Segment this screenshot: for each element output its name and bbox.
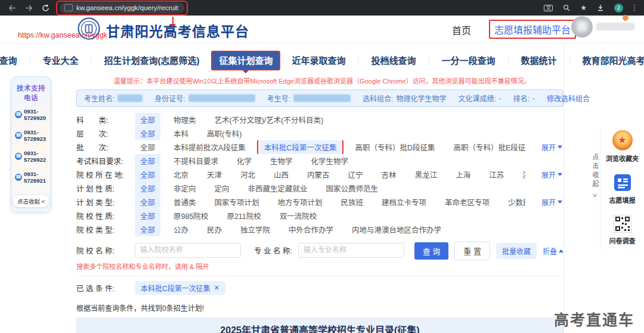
filter-option[interactable]: 非定向 <box>168 181 202 195</box>
filter-option[interactable]: 全部 <box>135 154 160 168</box>
batch-favorite-button[interactable]: 批量收藏 <box>496 243 537 259</box>
filter-option[interactable]: 原211院校 <box>221 209 266 223</box>
filter-option[interactable]: 本科提前批次A段征集 <box>168 140 251 154</box>
home-link[interactable]: 首页 <box>452 23 471 37</box>
filter-option[interactable]: 民办 <box>202 223 227 236</box>
fold-link[interactable]: 折叠 <box>543 246 564 256</box>
filter-option[interactable]: 浙江 <box>517 168 525 181</box>
tool-item[interactable]: ★浏览收藏夹 <box>606 130 639 163</box>
filter-option[interactable]: 吉林 <box>376 168 402 181</box>
filter-option[interactable]: 江苏 <box>484 168 509 181</box>
nav-tab[interactable]: 招生计划查询(志愿筛选) <box>91 56 212 65</box>
filter-option[interactable]: 河北 <box>235 168 261 181</box>
nav-tab[interactable]: 数据统计 <box>509 56 570 65</box>
major-name-input[interactable] <box>298 243 404 258</box>
filter-option[interactable]: 内地与港澳台地区合作办学 <box>346 223 447 236</box>
query-button[interactable]: 查 询 <box>414 242 449 260</box>
student-field-label: 排名: <box>513 93 530 103</box>
filter-option[interactable]: 原985院校 <box>168 209 213 223</box>
expand-link[interactable]: 展开 <box>541 197 562 207</box>
filter-option[interactable]: 全部 <box>135 127 160 140</box>
filter-option[interactable]: 天津 <box>202 168 227 181</box>
expand-link[interactable]: 展开 <box>541 169 562 180</box>
tool-label: 问卷调查 <box>609 236 636 245</box>
translate-icon[interactable]: 文 <box>544 5 553 11</box>
filter-option[interactable]: 内蒙古 <box>302 168 335 181</box>
filter-option[interactable]: 上海 <box>450 168 476 181</box>
nav-tab[interactable]: 近年录取查询 <box>279 56 358 65</box>
filter-option[interactable]: 本科批C段第一次征集 <box>259 140 342 154</box>
filter-option[interactable]: 双一流院校 <box>274 209 323 223</box>
filter-option[interactable]: 全部 <box>135 140 160 154</box>
nav-tab[interactable]: 专业大全 <box>30 56 91 65</box>
search-icon[interactable] <box>561 2 572 14</box>
filter-option[interactable]: 高职（专科）批D段征集 <box>349 140 440 154</box>
tool-item[interactable]: 志愿填报 <box>609 173 636 205</box>
expand-link[interactable]: 展开 <box>541 142 562 152</box>
filter-option[interactable]: 独立学院 <box>235 223 275 236</box>
result-count-text: 根据当前查询条件，共找到0条招生计划! <box>76 303 564 313</box>
download-icon[interactable] <box>595 2 606 14</box>
student-field: 文化课成绩:- <box>458 93 501 103</box>
nav-tab[interactable]: 一分一段查询 <box>429 56 509 65</box>
reset-button[interactable]: 重 置 <box>454 242 490 260</box>
nav-tab[interactable]: 院校查询 <box>0 56 30 65</box>
filter-option[interactable]: 高职(专科) <box>202 127 247 140</box>
edit-subject-combo-link[interactable]: 修改选科组合 <box>547 93 590 103</box>
filter-option[interactable]: 全部 <box>135 195 160 209</box>
filter-option[interactable]: 本科 <box>168 127 194 140</box>
school-name-input[interactable] <box>135 243 241 258</box>
filter-option[interactable]: 民族班 <box>336 195 369 209</box>
filter-option[interactable]: 非西藏生定藏就业 <box>243 181 313 195</box>
filter-option[interactable]: 物理类 <box>168 113 202 127</box>
volunteer-assist-link[interactable]: 志愿填报辅助平台 <box>489 20 576 39</box>
profile-badge[interactable]: 2 <box>614 4 623 13</box>
collapse-left-panel-button[interactable]: 点击收起 < <box>13 195 49 207</box>
filter-option[interactable]: 公办 <box>168 223 194 236</box>
nav-tab[interactable]: 投档线查询 <box>359 56 429 65</box>
student-field-label: 考生姓名: <box>84 93 114 103</box>
filter-option[interactable]: 全部 <box>135 113 160 127</box>
filter-option[interactable]: 全部 <box>135 168 160 181</box>
student-field-value: - <box>499 94 501 103</box>
filter-option[interactable]: 国家专项计划 <box>209 195 265 209</box>
filter-option[interactable]: 定向 <box>209 181 235 195</box>
address-bar[interactable]: kw.ganseea.cn/yggk/query/recruit <box>60 2 184 14</box>
filter-option[interactable]: 中外合作办学 <box>283 223 339 236</box>
filter-option[interactable]: 地方专项计划 <box>273 195 328 209</box>
filter-option[interactable]: 高职（专科）批E段征集 <box>448 140 525 154</box>
filter-option[interactable]: 革命老区专项 <box>439 195 495 209</box>
reload-icon[interactable] <box>39 2 51 14</box>
filter-option[interactable]: 辽宁 <box>343 168 369 181</box>
filter-option[interactable]: 黑龙江 <box>410 168 443 181</box>
nav-tab[interactable]: 征集计划查询 <box>212 52 279 69</box>
filter-option[interactable]: 生物学 <box>265 154 298 168</box>
filter-option[interactable]: 山西 <box>268 168 294 181</box>
collapse-right-panel-button[interactable]: 点击收起 > <box>590 153 600 199</box>
student-field-label: 考生号: <box>267 93 290 103</box>
filter-option[interactable]: 北京 <box>168 168 194 181</box>
bookmark-star-icon[interactable]: ★ <box>580 4 587 11</box>
filter-option[interactable]: 化学生物学 <box>306 154 354 168</box>
filter-option[interactable]: 全部 <box>135 223 160 236</box>
selected-condition-tag[interactable]: 本科批C段第一次征集✕ <box>135 281 225 295</box>
site-info-icon[interactable] <box>64 4 73 11</box>
filter-options: 全部物理类艺术(不分文理)/艺术(不分科目类) <box>135 113 329 127</box>
filter-option[interactable]: 不提科目要求 <box>168 154 224 168</box>
close-icon[interactable]: ✕ <box>214 284 219 292</box>
filter-option[interactable]: 全部 <box>135 209 160 223</box>
filter-option[interactable]: 少数民族紧缺人才培养专项 <box>503 195 525 209</box>
tool-item[interactable]: 问卷调查 <box>609 215 636 245</box>
browser-menu-icon[interactable]: ⋮ <box>631 4 638 11</box>
filter-option[interactable]: 全部 <box>135 181 160 195</box>
user-avatar[interactable] <box>571 16 593 38</box>
filter-option[interactable]: 艺术(不分文理)/艺术(不分科目类) <box>209 113 329 127</box>
filter-option[interactable]: 化学 <box>231 154 257 168</box>
browser-compatibility-notice: 温馨提示：本平台建议使用Win10以上系统自带Microsoft Edge浏览器… <box>0 76 644 85</box>
forward-icon[interactable] <box>23 2 35 14</box>
filter-option[interactable]: 建档立卡专项 <box>376 195 432 209</box>
filter-option[interactable]: 普通类 <box>168 195 202 209</box>
filter-option[interactable]: 国家公费师范生 <box>321 181 384 195</box>
back-icon[interactable] <box>6 2 18 14</box>
nav-tab[interactable]: 教育部阳光高考平台 <box>570 56 644 65</box>
